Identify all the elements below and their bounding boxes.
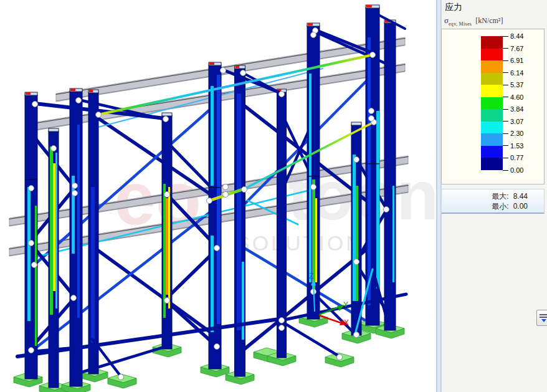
min-label: 最小: bbox=[492, 201, 508, 211]
min-value: 0.00 bbox=[513, 201, 528, 211]
stress-model-render: eo toon SOLUTIONS X Y Z bbox=[0, 0, 436, 392]
stress-extremes-box: 最大: 8.44 最小: 0.00 bbox=[441, 189, 545, 214]
result-table-button[interactable] bbox=[536, 310, 547, 326]
quantity-label: σeqv, Mises[kN/cm²] bbox=[444, 16, 503, 27]
panel-title: 应力 bbox=[445, 2, 462, 13]
max-value: 8.44 bbox=[513, 191, 528, 201]
max-label: 最大: bbox=[492, 191, 508, 201]
results-panel: 应力 σeqv, Mises[kN/cm²] 8.447.676.916.145… bbox=[442, 0, 547, 392]
sigma-subscript: eqv, Mises bbox=[449, 21, 472, 27]
stress-legend: 8.447.676.916.145.374.603.843.072.301.53… bbox=[441, 29, 545, 184]
model-3d-viewport[interactable]: eo toon SOLUTIONS X Y Z bbox=[0, 0, 436, 392]
legend-tick-labels: 8.447.676.916.145.374.603.843.072.301.53… bbox=[442, 29, 545, 185]
table-lines-icon bbox=[540, 314, 547, 315]
axis-x-label: X bbox=[344, 318, 349, 327]
unit-label: [kN/cm²] bbox=[475, 16, 503, 25]
axis-y-label: Y bbox=[343, 300, 348, 309]
sigma-symbol: σ bbox=[444, 16, 449, 25]
blue-arrow-icon bbox=[541, 319, 546, 322]
axis-z-label: Z bbox=[309, 272, 313, 280]
